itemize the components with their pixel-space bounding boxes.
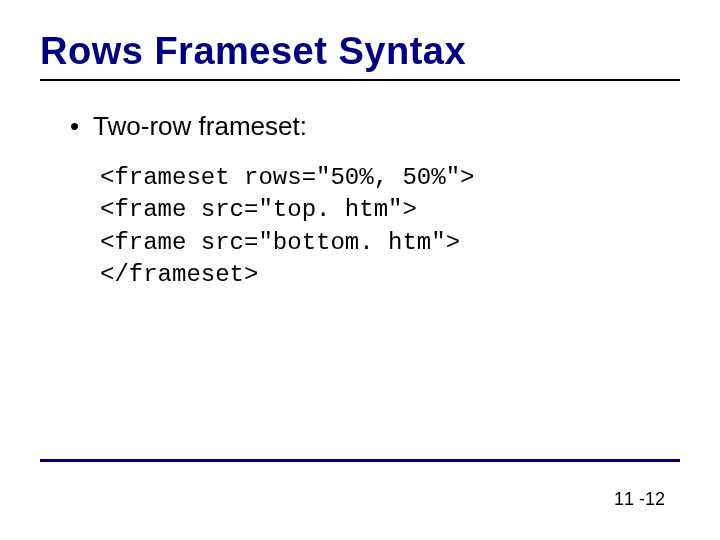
bullet-marker: •: [70, 113, 79, 139]
slide-title: Rows Frameset Syntax: [40, 30, 680, 73]
slide: Rows Frameset Syntax • Two-row frameset:…: [0, 0, 720, 540]
page-number: 11 -12: [614, 489, 665, 510]
title-underline: [40, 79, 680, 81]
bullet-text: Two-row frameset:: [93, 111, 307, 142]
code-line-1: <frameset rows="50%, 50%">: [100, 164, 474, 191]
footer-rule: [40, 459, 680, 462]
code-block: <frameset rows="50%, 50%"> <frame src="t…: [100, 162, 680, 292]
code-line-2: <frame src="top. htm">: [100, 196, 417, 223]
bullet-item: • Two-row frameset:: [70, 111, 680, 142]
code-line-4: </frameset>: [100, 261, 258, 288]
code-line-3: <frame src="bottom. htm">: [100, 229, 460, 256]
